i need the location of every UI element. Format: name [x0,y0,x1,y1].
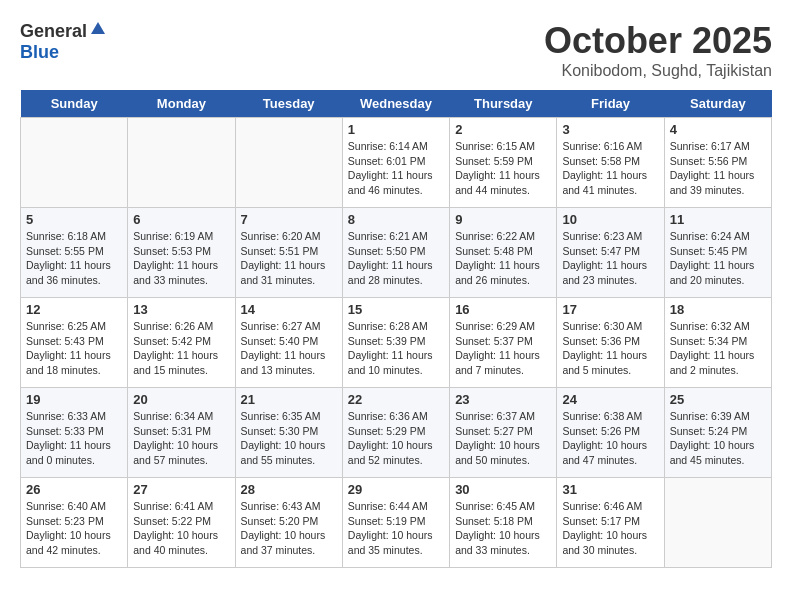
day-info: Sunrise: 6:32 AM Sunset: 5:34 PM Dayligh… [670,319,766,378]
day-number: 6 [133,212,229,227]
weekday-header-monday: Monday [128,90,235,118]
weekday-header-wednesday: Wednesday [342,90,449,118]
day-number: 17 [562,302,658,317]
day-info: Sunrise: 6:46 AM Sunset: 5:17 PM Dayligh… [562,499,658,558]
day-info: Sunrise: 6:40 AM Sunset: 5:23 PM Dayligh… [26,499,122,558]
day-number: 7 [241,212,337,227]
day-number: 29 [348,482,444,497]
day-number: 30 [455,482,551,497]
day-number: 20 [133,392,229,407]
day-info: Sunrise: 6:36 AM Sunset: 5:29 PM Dayligh… [348,409,444,468]
day-info: Sunrise: 6:30 AM Sunset: 5:36 PM Dayligh… [562,319,658,378]
logo-text-general: General [20,21,87,42]
day-number: 26 [26,482,122,497]
calendar-table: SundayMondayTuesdayWednesdayThursdayFrid… [20,90,772,568]
calendar-week-row: 26Sunrise: 6:40 AM Sunset: 5:23 PM Dayli… [21,478,772,568]
calendar-cell: 19Sunrise: 6:33 AM Sunset: 5:33 PM Dayli… [21,388,128,478]
day-number: 13 [133,302,229,317]
day-info: Sunrise: 6:37 AM Sunset: 5:27 PM Dayligh… [455,409,551,468]
calendar-cell: 2Sunrise: 6:15 AM Sunset: 5:59 PM Daylig… [450,118,557,208]
weekday-header-sunday: Sunday [21,90,128,118]
calendar-cell: 31Sunrise: 6:46 AM Sunset: 5:17 PM Dayli… [557,478,664,568]
svg-marker-0 [91,22,105,34]
calendar-week-row: 1Sunrise: 6:14 AM Sunset: 6:01 PM Daylig… [21,118,772,208]
day-number: 2 [455,122,551,137]
calendar-cell: 25Sunrise: 6:39 AM Sunset: 5:24 PM Dayli… [664,388,771,478]
weekday-header-friday: Friday [557,90,664,118]
calendar-cell: 18Sunrise: 6:32 AM Sunset: 5:34 PM Dayli… [664,298,771,388]
day-number: 21 [241,392,337,407]
day-number: 31 [562,482,658,497]
day-info: Sunrise: 6:41 AM Sunset: 5:22 PM Dayligh… [133,499,229,558]
calendar-week-row: 12Sunrise: 6:25 AM Sunset: 5:43 PM Dayli… [21,298,772,388]
day-number: 27 [133,482,229,497]
calendar-cell: 22Sunrise: 6:36 AM Sunset: 5:29 PM Dayli… [342,388,449,478]
calendar-cell [664,478,771,568]
calendar-cell: 26Sunrise: 6:40 AM Sunset: 5:23 PM Dayli… [21,478,128,568]
day-number: 1 [348,122,444,137]
calendar-cell: 5Sunrise: 6:18 AM Sunset: 5:55 PM Daylig… [21,208,128,298]
calendar-cell: 24Sunrise: 6:38 AM Sunset: 5:26 PM Dayli… [557,388,664,478]
calendar-cell: 17Sunrise: 6:30 AM Sunset: 5:36 PM Dayli… [557,298,664,388]
day-number: 18 [670,302,766,317]
day-info: Sunrise: 6:39 AM Sunset: 5:24 PM Dayligh… [670,409,766,468]
day-number: 16 [455,302,551,317]
day-number: 19 [26,392,122,407]
day-info: Sunrise: 6:43 AM Sunset: 5:20 PM Dayligh… [241,499,337,558]
calendar-cell: 4Sunrise: 6:17 AM Sunset: 5:56 PM Daylig… [664,118,771,208]
weekday-header-saturday: Saturday [664,90,771,118]
day-info: Sunrise: 6:26 AM Sunset: 5:42 PM Dayligh… [133,319,229,378]
weekday-header-thursday: Thursday [450,90,557,118]
calendar-cell: 29Sunrise: 6:44 AM Sunset: 5:19 PM Dayli… [342,478,449,568]
day-info: Sunrise: 6:14 AM Sunset: 6:01 PM Dayligh… [348,139,444,198]
day-info: Sunrise: 6:44 AM Sunset: 5:19 PM Dayligh… [348,499,444,558]
calendar-cell: 23Sunrise: 6:37 AM Sunset: 5:27 PM Dayli… [450,388,557,478]
day-info: Sunrise: 6:18 AM Sunset: 5:55 PM Dayligh… [26,229,122,288]
day-info: Sunrise: 6:22 AM Sunset: 5:48 PM Dayligh… [455,229,551,288]
day-number: 5 [26,212,122,227]
day-info: Sunrise: 6:15 AM Sunset: 5:59 PM Dayligh… [455,139,551,198]
calendar-cell: 16Sunrise: 6:29 AM Sunset: 5:37 PM Dayli… [450,298,557,388]
calendar-cell [128,118,235,208]
page-header: General Blue October 2025 Konibodom, Sug… [20,20,772,80]
day-info: Sunrise: 6:45 AM Sunset: 5:18 PM Dayligh… [455,499,551,558]
day-info: Sunrise: 6:29 AM Sunset: 5:37 PM Dayligh… [455,319,551,378]
calendar-week-row: 19Sunrise: 6:33 AM Sunset: 5:33 PM Dayli… [21,388,772,478]
day-number: 25 [670,392,766,407]
day-info: Sunrise: 6:38 AM Sunset: 5:26 PM Dayligh… [562,409,658,468]
day-info: Sunrise: 6:25 AM Sunset: 5:43 PM Dayligh… [26,319,122,378]
day-number: 15 [348,302,444,317]
calendar-cell: 15Sunrise: 6:28 AM Sunset: 5:39 PM Dayli… [342,298,449,388]
calendar-cell: 10Sunrise: 6:23 AM Sunset: 5:47 PM Dayli… [557,208,664,298]
calendar-location: Konibodom, Sughd, Tajikistan [544,62,772,80]
day-number: 8 [348,212,444,227]
calendar-cell: 7Sunrise: 6:20 AM Sunset: 5:51 PM Daylig… [235,208,342,298]
day-info: Sunrise: 6:20 AM Sunset: 5:51 PM Dayligh… [241,229,337,288]
calendar-cell: 11Sunrise: 6:24 AM Sunset: 5:45 PM Dayli… [664,208,771,298]
day-info: Sunrise: 6:33 AM Sunset: 5:33 PM Dayligh… [26,409,122,468]
day-number: 22 [348,392,444,407]
calendar-cell: 13Sunrise: 6:26 AM Sunset: 5:42 PM Dayli… [128,298,235,388]
day-info: Sunrise: 6:34 AM Sunset: 5:31 PM Dayligh… [133,409,229,468]
day-info: Sunrise: 6:16 AM Sunset: 5:58 PM Dayligh… [562,139,658,198]
day-number: 9 [455,212,551,227]
calendar-cell: 14Sunrise: 6:27 AM Sunset: 5:40 PM Dayli… [235,298,342,388]
calendar-title: October 2025 [544,20,772,62]
day-info: Sunrise: 6:28 AM Sunset: 5:39 PM Dayligh… [348,319,444,378]
logo-text-blue: Blue [20,42,59,63]
day-number: 4 [670,122,766,137]
day-info: Sunrise: 6:19 AM Sunset: 5:53 PM Dayligh… [133,229,229,288]
day-number: 10 [562,212,658,227]
calendar-cell [235,118,342,208]
day-info: Sunrise: 6:35 AM Sunset: 5:30 PM Dayligh… [241,409,337,468]
day-number: 12 [26,302,122,317]
calendar-cell: 8Sunrise: 6:21 AM Sunset: 5:50 PM Daylig… [342,208,449,298]
day-number: 23 [455,392,551,407]
calendar-cell: 21Sunrise: 6:35 AM Sunset: 5:30 PM Dayli… [235,388,342,478]
weekday-header-tuesday: Tuesday [235,90,342,118]
day-info: Sunrise: 6:24 AM Sunset: 5:45 PM Dayligh… [670,229,766,288]
title-block: October 2025 Konibodom, Sughd, Tajikista… [544,20,772,80]
day-info: Sunrise: 6:17 AM Sunset: 5:56 PM Dayligh… [670,139,766,198]
calendar-cell: 9Sunrise: 6:22 AM Sunset: 5:48 PM Daylig… [450,208,557,298]
logo: General Blue [20,20,107,63]
